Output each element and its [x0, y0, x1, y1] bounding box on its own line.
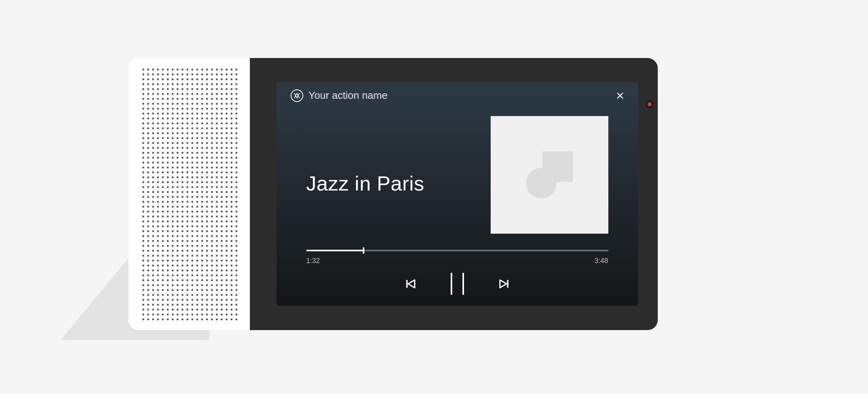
playback-controls — [277, 273, 638, 306]
elapsed-time: 1:32 — [306, 257, 320, 265]
album-placeholder-icon — [526, 151, 573, 198]
progress-section: 1:32 3:48 — [277, 247, 638, 273]
track-title: Jazz in Paris — [306, 172, 424, 195]
action-logo-icon — [291, 89, 303, 102]
record-dot-icon — [648, 102, 651, 106]
pause-icon — [462, 273, 464, 295]
progress-track — [306, 250, 608, 251]
device-screen: Your action name Jazz in Paris — [250, 58, 658, 330]
progress-bar[interactable] — [306, 247, 608, 254]
close-icon — [616, 91, 624, 100]
previous-button[interactable] — [401, 275, 419, 293]
skip-next-icon — [498, 277, 511, 291]
progress-fill — [306, 250, 364, 251]
action-name-label: Your action name — [309, 89, 614, 102]
next-button[interactable] — [495, 275, 513, 293]
smart-display-device: Your action name Jazz in Paris — [128, 58, 658, 330]
pause-icon — [451, 273, 452, 295]
record-indicator — [646, 100, 653, 108]
speaker-grille — [140, 66, 238, 322]
card-body: Jazz in Paris — [277, 102, 638, 247]
media-player-card: Your action name Jazz in Paris — [277, 82, 638, 306]
pause-button[interactable] — [451, 273, 464, 295]
album-art — [491, 116, 608, 234]
close-button[interactable] — [614, 89, 626, 102]
total-time: 3:48 — [594, 257, 608, 265]
skip-previous-icon — [404, 277, 417, 291]
progress-knob[interactable] — [363, 247, 364, 254]
speaker-panel — [128, 58, 250, 330]
time-row: 1:32 3:48 — [306, 257, 608, 265]
card-header: Your action name — [277, 82, 638, 102]
